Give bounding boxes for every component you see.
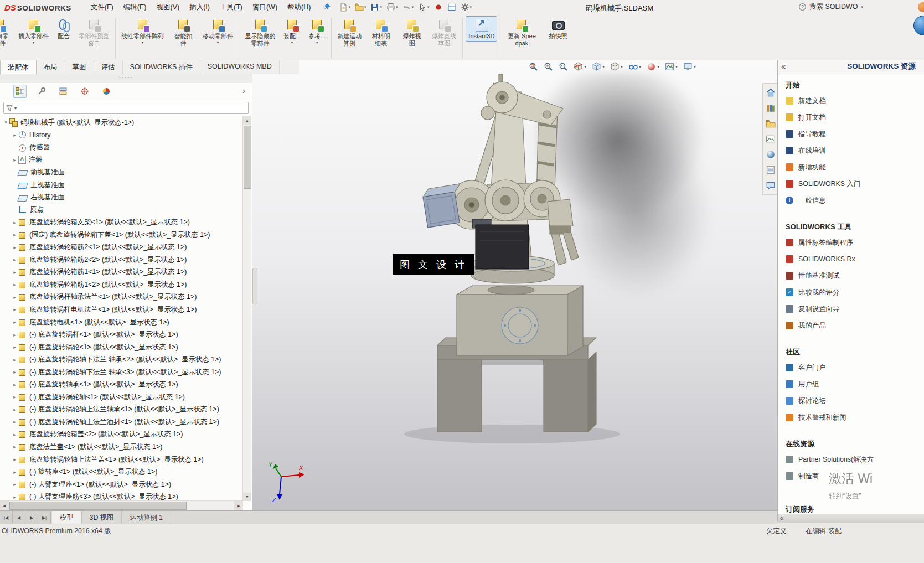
expand-arrow-icon[interactable]: ▸ [11, 407, 18, 412]
expand-arrow-icon[interactable]: ▸ [11, 157, 18, 163]
property-manager-tab[interactable] [35, 85, 48, 98]
reference-geometry-button[interactable]: 参考...▾ [306, 16, 328, 47]
tree-item[interactable]: ▸底盘旋转涡轮箱筋1<2> (默认<<默认>_显示状态 1>) [0, 278, 242, 291]
filter-funnel-icon[interactable] [6, 104, 13, 112]
expand-arrow-icon[interactable]: ▸ [11, 482, 18, 487]
taskpane-link[interactable]: 新建文档 [786, 92, 924, 109]
custom-properties-tab[interactable] [763, 162, 778, 178]
tree-item[interactable]: ▸底盘旋转电机<1> (默认<<默认>_显示状态 1>) [0, 316, 242, 329]
tree-item[interactable]: ▾码垛机械手 (默认<默认_显示状态-1>) [0, 116, 242, 129]
panel-splitter-handle[interactable] [252, 268, 257, 304]
taskpane-link[interactable]: ✓比较我的评分 [786, 284, 924, 301]
expand-arrow-icon[interactable]: ▸ [11, 332, 18, 338]
tree-item[interactable]: 前视基准面 [0, 166, 242, 179]
tree-vertical-scrollbar[interactable]: ▲ ▼ [242, 116, 251, 501]
edit-appearance-button[interactable]: ▾ [647, 62, 659, 71]
taskpane-link[interactable]: 新增功能 [786, 159, 924, 175]
scrollbar-thumb[interactable] [244, 126, 251, 189]
command-tab-5[interactable]: SOLIDWORKS MBD [200, 60, 280, 74]
expand-arrow-icon[interactable]: ▸ [11, 357, 18, 363]
prev-tab-button[interactable]: ◀ [13, 511, 25, 524]
options-gear-button[interactable]: ▾ [460, 2, 473, 13]
linear-pattern-button[interactable]: 线性零部件阵列▾ [118, 16, 167, 47]
expand-arrow-icon[interactable]: ▸ [11, 295, 18, 300]
command-tab-1[interactable]: 布局 [37, 60, 65, 74]
taskpane-link[interactable]: 用户组 [786, 376, 924, 392]
tree-item[interactable]: ▸(-) 底盘旋转涡轮轴下法兰 轴承<2> (默认<<默认>_显示状态 1>) [0, 353, 242, 366]
expand-arrow-icon[interactable]: ▸ [11, 494, 18, 500]
taskpane-link[interactable]: 指导教程 [786, 126, 924, 142]
view-settings-button[interactable]: ▾ [683, 62, 696, 71]
tree-item[interactable]: ▸(-) 底盘旋转涡轮轴下法兰 轴承<3> (默认<<默认>_显示状态 1>) [0, 366, 242, 379]
tree-item[interactable]: ▸History [0, 129, 242, 142]
tree-item[interactable]: ▸底盘旋转涡轮箱筋2<2> (默认<<默认>_显示状态 1>) [0, 254, 242, 266]
expand-arrow-icon[interactable]: ▸ [11, 245, 18, 250]
scroll-right-arrow[interactable]: ▶ [234, 501, 243, 510]
expand-arrow-icon[interactable]: ▸ [11, 394, 18, 400]
tree-item[interactable]: 右视基准面 [0, 191, 242, 204]
scrollbar-thumb[interactable] [9, 502, 187, 510]
display-style-button[interactable]: ▾ [610, 62, 623, 71]
expand-arrow-icon[interactable]: ▸ [11, 444, 18, 450]
taskpane-link[interactable]: 技术警戒和新闻 [786, 409, 924, 426]
taskpane-link[interactable]: i一般信息 [786, 192, 924, 209]
expand-arrow-icon[interactable]: ▾ [2, 120, 9, 125]
collapse-section-icon[interactable]: « [778, 514, 786, 523]
tree-item[interactable]: 上视基准面 [0, 179, 242, 192]
open-document-button[interactable]: ▾ [354, 2, 368, 13]
taskpane-link[interactable]: SOLIDWORKS Rx [786, 251, 924, 267]
menu-file[interactable]: 文件(F) [86, 1, 118, 14]
expand-arrow-icon[interactable]: ▸ [11, 319, 18, 325]
graphics-viewport[interactable]: 图 文 设 计 X Z Y ▾▾▾▾▾▾▾ [252, 60, 777, 510]
display-manager-tab[interactable] [100, 85, 113, 98]
expand-arrow-icon[interactable]: ▸ [11, 270, 18, 275]
instant3d-button[interactable]: ↗Instant3D [466, 16, 497, 42]
tree-item[interactable]: ▸底盘旋转涡轮箱筋2<1> (默认<<默认>_显示状态 1>) [0, 241, 242, 254]
menu-help[interactable]: 帮助(H) [282, 1, 316, 14]
print-button[interactable]: ▾ [385, 2, 399, 13]
taskpane-link[interactable]: 打开文档 [786, 109, 924, 126]
scroll-down-arrow[interactable]: ▼ [243, 493, 251, 501]
tree-item[interactable]: ▸(-) 大臂支理座筋<3> (默认<<默认>_显示状态 1>) [0, 490, 242, 501]
next-tab-button[interactable]: ▶ [25, 511, 38, 524]
evaluate-sheet-button[interactable] [446, 2, 457, 13]
user-avatar[interactable] [918, 2, 924, 12]
taskpane-link[interactable]: 我的产品 [786, 317, 924, 334]
tree-item[interactable]: ▸底盘旋转涡轮箱支架<1> (默认<<默认>_显示状态 1>) [0, 216, 242, 229]
search-box[interactable]: ? 搜索 SOLIDWO ▾ [798, 2, 863, 12]
section-view-button[interactable]: ▾ [574, 62, 586, 71]
expand-arrow-icon[interactable]: ▸ [11, 469, 18, 475]
expand-arrow-icon[interactable]: ▸ [11, 432, 18, 437]
taskpane-link[interactable]: 属性标签编制程序 [786, 234, 924, 251]
design-library-tab[interactable] [763, 100, 778, 116]
insert-component-button[interactable]: 插入零部件▾ [16, 16, 51, 47]
tree-item[interactable]: ▸底盘旋转涡轮箱筋1<1> (默认<<默认>_显示状态 1>) [0, 266, 242, 279]
tree-item[interactable]: 原点 [0, 204, 242, 216]
scroll-left-arrow[interactable]: ◀ [0, 501, 9, 510]
bom-button[interactable]: 材料明细表 [366, 16, 395, 48]
zoom-area-button[interactable] [544, 62, 553, 71]
view-palette-tab[interactable] [763, 131, 778, 147]
menu-edit[interactable]: 编辑(E) [118, 1, 152, 14]
new-document-button[interactable]: ▾ [338, 2, 352, 13]
panel-resize-grip[interactable]: ····· [0, 74, 252, 83]
tree-item[interactable]: ▸(-) 底盘旋转轴承<1> (默认<<默认>_显示状态 1>) [0, 378, 242, 391]
tree-item[interactable]: ▸(-) 底盘旋转涡轮<1> (默认<<默认>_显示状态 1>) [0, 341, 242, 354]
taskpane-link[interactable]: Partner Solutions(解决方 [786, 451, 924, 468]
tree-filter-input[interactable]: ▾ [3, 102, 249, 114]
mate-button[interactable]: 配合 [54, 16, 74, 42]
pushpin-icon[interactable] [322, 3, 331, 12]
resources-home-tab[interactable] [763, 85, 778, 100]
tree-item[interactable]: ▸注解 [0, 154, 242, 167]
taskpane-link[interactable]: 探讨论坛 [786, 392, 924, 409]
forum-tab[interactable] [763, 178, 778, 193]
expand-arrow-icon[interactable]: ▸ [11, 419, 18, 425]
smart-fasteners-button[interactable]: 智能扣件 [169, 16, 198, 48]
file-explorer-tab[interactable] [763, 116, 778, 131]
expand-arrow-icon[interactable]: ▸ [11, 132, 18, 138]
expand-arrow-icon[interactable]: ▸ [11, 257, 18, 262]
menu-insert[interactable]: 插入(I) [184, 1, 215, 14]
doc-tab-1[interactable]: 3D 视图 [82, 511, 122, 524]
expand-arrow-icon[interactable]: ▸ [11, 457, 18, 462]
expand-arrow-icon[interactable]: ▸ [11, 307, 18, 312]
